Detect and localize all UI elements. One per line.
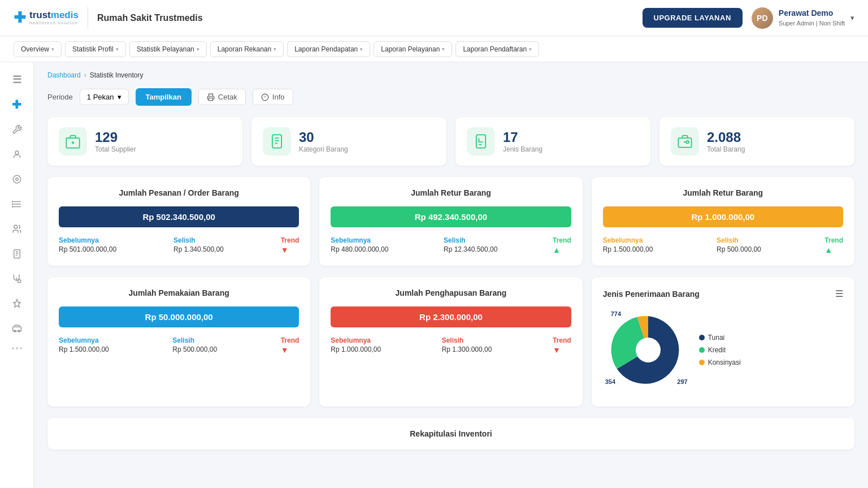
konsinyasi-dot	[699, 360, 705, 365]
svg-point-32	[686, 141, 689, 144]
legend-konsinyasi: Konsinyasi	[699, 359, 741, 366]
penghapusan-sebelumnya-label: Sebelumnya	[331, 336, 381, 344]
kategori-number: 30	[299, 129, 348, 145]
tampilkan-button[interactable]: Tampilkan	[136, 88, 192, 106]
cetak-button[interactable]: Cetak	[198, 89, 246, 105]
retur2-sebelumnya-label: Sebelumnya	[603, 236, 653, 244]
rekapitulasi-title: Rekapitulasi Inventori	[59, 429, 843, 438]
pemakaian-selisih-value: Rp 500.000,00	[172, 346, 217, 353]
pie-label-354: 354	[605, 378, 615, 385]
jenis-number: 17	[503, 129, 542, 145]
sidebar-icon-pin[interactable]	[6, 293, 28, 314]
pemakaian-sebelumnya-value: Rp 1.500.000,00	[59, 346, 109, 353]
chevron-down-icon: ▾	[274, 46, 276, 52]
sidebar-icon-person2[interactable]	[6, 218, 28, 240]
cetak-label: Cetak	[218, 93, 237, 101]
nav-laporan-pelayanan[interactable]: Laporan Pelayanan ▾	[374, 41, 452, 57]
retur2-value: Rp 1.000.000,00	[603, 206, 843, 227]
penghapusan-selisih-label: Selisih	[442, 336, 492, 344]
svg-point-9	[14, 225, 17, 228]
retur1-title: Jumlah Retur Barang	[331, 188, 571, 197]
pesanan-trend-label: Trend	[281, 236, 300, 244]
toolbar: Periode 1 Pekan ▾ Tampilkan Cetak Info	[47, 88, 854, 106]
retur1-trend-label: Trend	[553, 236, 571, 244]
user-role: Super Admin | Non Shift	[779, 19, 845, 28]
nav-laporan-rekanan[interactable]: Laporan Rekanan ▾	[210, 41, 284, 57]
sidebar: ☰ ✚	[0, 62, 34, 488]
pie-label-297: 297	[677, 378, 687, 385]
trend-down-icon: ▼	[281, 346, 300, 355]
pie-title: Jenis Penerimaan Barang	[603, 290, 700, 299]
retur2-trend-label: Trend	[824, 236, 843, 244]
chevron-down-icon: ▾	[197, 46, 199, 52]
penghapusan-value: Rp 2.300.000,00	[331, 306, 571, 327]
pemakaian-trend-label: Trend	[281, 336, 300, 344]
svg-point-6	[12, 201, 13, 202]
hospital-name: Rumah Sakit Trustmedis	[97, 13, 203, 23]
svg-point-8	[12, 206, 13, 208]
kredit-dot	[699, 347, 705, 353]
sidebar-icon-menu[interactable]: ☰	[6, 69, 28, 90]
metric-card-pemakaian: Jumlah Pemakaian Barang Rp 50.000.000,00…	[47, 277, 310, 407]
stat-card-jenis-barang: 17 Jenis Barang	[455, 117, 650, 166]
retur1-value: Rp 492.340.500,00	[331, 206, 571, 227]
sidebar-icon-doc[interactable]	[6, 243, 28, 265]
tunai-label: Tunai	[708, 334, 725, 342]
pie-card: Jenis Penerimaan Barang ☰	[592, 277, 854, 407]
breadcrumb-dashboard[interactable]: Dashboard	[47, 71, 81, 79]
pie-legend: Tunai Kredit Konsinyasi	[699, 334, 741, 366]
legend-kredit: Kredit	[699, 346, 741, 354]
sidebar-icon-person[interactable]	[6, 144, 28, 165]
periode-dropdown[interactable]: 1 Pekan ▾	[80, 89, 129, 105]
logo-divider	[88, 7, 88, 29]
user-name: Perawat Demo	[779, 8, 845, 19]
pie-menu-icon[interactable]: ☰	[835, 288, 843, 299]
nav-laporan-pendapatan[interactable]: Laporan Pendapatan ▾	[287, 41, 370, 57]
info-button[interactable]: Info	[253, 89, 293, 105]
sidebar-icon-plus[interactable]: ✚	[6, 94, 28, 115]
toolbar-periode-label: Periode	[47, 93, 73, 101]
kategori-label: Kategori Barang	[299, 145, 348, 153]
logo: ✚ trustmedis healthtech solution	[14, 9, 79, 27]
sidebar-icon-list[interactable]	[6, 193, 28, 215]
retur1-selisih-label: Selisih	[444, 236, 497, 244]
retur2-selisih-label: Selisih	[717, 236, 761, 244]
sidebar-icon-car[interactable]	[6, 318, 28, 339]
chevron-down-icon: ▾	[442, 46, 445, 52]
nav-laporan-pendaftaran[interactable]: Laporan Pendaftaran ▾	[455, 41, 539, 57]
user-dropdown-icon[interactable]: ▾	[850, 14, 854, 22]
pemakaian-sebelumnya-label: Sebelumnya	[59, 336, 109, 344]
trend-down-icon: ▼	[281, 245, 300, 254]
layout: ☰ ✚	[0, 62, 868, 488]
sidebar-dots	[12, 347, 22, 349]
top-header: ✚ trustmedis healthtech solution Rumah S…	[0, 0, 868, 36]
pesanan-selisih-value: Rp 1.340.500,00	[173, 245, 224, 253]
stat-card-total-supplier: 129 Total Supplier	[47, 117, 242, 166]
sidebar-icon-steth[interactable]	[6, 268, 28, 290]
sidebar-icon-circle[interactable]	[6, 169, 28, 190]
chevron-down-icon: ▾	[360, 46, 363, 52]
metric-grid-row1: Jumlah Pesanan / Order Barang Rp 502.340…	[47, 177, 854, 266]
penghapusan-selisih-value: Rp 1.300.000,00	[442, 346, 492, 353]
rekapitulasi-card: Rekapitulasi Inventori	[47, 418, 854, 450]
metric-card-retur2: Jumlah Retur Barang Rp 1.000.000,00 Sebe…	[592, 177, 854, 266]
retur1-selisih-value: Rp 12.340.500,00	[444, 245, 497, 253]
breadcrumb-current: Statistik Inventory	[90, 71, 144, 79]
pemakaian-title: Jumlah Pemakaian Barang	[59, 288, 299, 297]
nav-statistik-pelayanan[interactable]: Statistik Pelayanan ▾	[129, 41, 207, 57]
penghapusan-title: Jumlah Penghapusan Barang	[331, 288, 571, 297]
retur2-title: Jumlah Retur Barang	[603, 188, 843, 197]
svg-point-34	[636, 338, 661, 362]
periode-value: 1 Pekan	[87, 93, 114, 101]
nav-bar: Overview ▾ Statistik Profil ▾ Statistik …	[0, 36, 868, 62]
nav-statistik-profil[interactable]: Statistik Profil ▾	[65, 41, 126, 57]
print-icon	[207, 93, 215, 101]
sidebar-icon-tools[interactable]	[6, 119, 28, 140]
tunai-dot	[699, 335, 705, 340]
svg-point-7	[12, 204, 13, 205]
upgrade-button[interactable]: UPGRADE LAYANAN	[643, 8, 743, 28]
logo-sub: healthtech solution	[29, 20, 79, 25]
trend-down-icon: ▼	[553, 346, 571, 355]
metric-card-penghapusan: Jumlah Penghapusan Barang Rp 2.300.000,0…	[319, 277, 582, 407]
nav-overview[interactable]: Overview ▾	[14, 41, 62, 57]
